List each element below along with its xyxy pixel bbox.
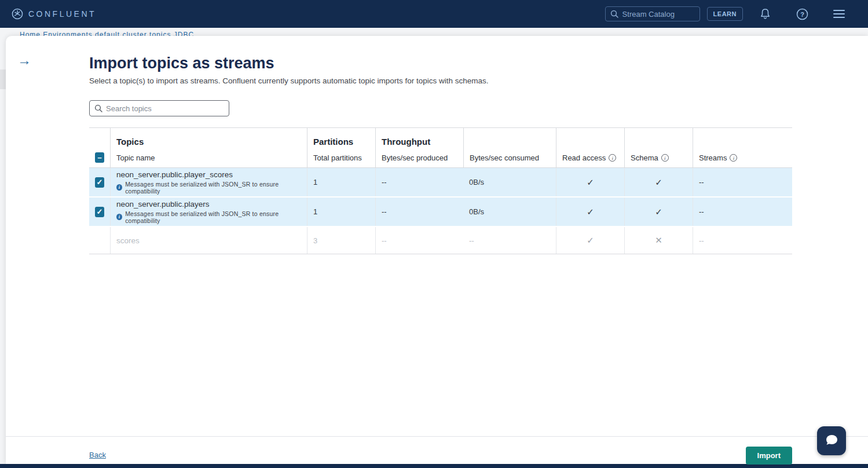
stream-catalog-search[interactable] <box>605 6 700 21</box>
cell-consumed: 0B/s <box>463 198 556 226</box>
menu-button[interactable] <box>821 9 858 19</box>
cell-streams: -- <box>693 198 792 226</box>
topics-table: Topics Partitions Throughput − Topic nam… <box>89 127 792 254</box>
collapsed-sidebar-tab <box>0 70 6 89</box>
info-filled-icon: i <box>116 214 122 220</box>
topic-note: i Messages must be serialized with JSON_… <box>116 210 301 224</box>
page-title: Import topics as streams <box>89 54 792 72</box>
cell-partitions: 1 <box>307 198 375 226</box>
group-header-throughput: Throughput <box>375 128 463 148</box>
import-topics-panel: → Import topics as streams Select a topi… <box>6 36 868 464</box>
page-subtitle: Select a topic(s) to import as streams. … <box>89 76 792 85</box>
schema-check-icon: ✓ <box>624 168 693 196</box>
cell-consumed: -- <box>463 227 556 254</box>
page-bottom-strip <box>0 464 868 468</box>
topic-name: neon_server.public.players <box>116 200 210 209</box>
info-icon[interactable]: i <box>661 154 669 162</box>
cell-produced: -- <box>375 227 463 254</box>
select-all-checkbox[interactable]: − <box>95 152 104 163</box>
table-group-header-row: Topics Partitions Throughput <box>89 128 792 148</box>
cell-streams: -- <box>693 227 792 254</box>
table-row-players[interactable]: ✓ neon_server.public.players i Messages … <box>89 198 792 227</box>
topic-name: neon_server.public.player_scores <box>116 170 233 179</box>
notifications-button[interactable] <box>746 8 783 20</box>
help-button[interactable]: ? <box>783 8 821 20</box>
back-link[interactable]: Back <box>89 451 106 459</box>
bell-icon <box>759 8 771 20</box>
topic-search-box[interactable] <box>89 100 229 116</box>
chat-bubble-icon <box>823 433 840 448</box>
import-button[interactable]: Import <box>746 447 792 465</box>
cell-streams: -- <box>693 168 792 196</box>
table-row-player-scores[interactable]: ✓ neon_server.public.player_scores i Mes… <box>89 168 792 198</box>
brand-name: CONFLUENT <box>28 9 96 19</box>
group-header-partitions: Partitions <box>307 128 375 148</box>
info-icon[interactable]: i <box>730 154 737 162</box>
chat-widget-button[interactable] <box>817 426 846 455</box>
top-navbar: CONFLUENT LEARN ? <box>0 0 868 28</box>
confluent-logo-icon <box>12 8 23 20</box>
cell-partitions: 1 <box>307 168 375 196</box>
header-read-access: Read access i <box>556 148 624 167</box>
header-schema: Schema i <box>624 148 693 167</box>
search-icon <box>94 104 102 112</box>
learn-button[interactable]: LEARN <box>707 7 743 21</box>
header-bytes-consumed: Bytes/sec consumed <box>463 148 556 167</box>
confluent-logo[interactable]: CONFLUENT <box>12 8 96 20</box>
header-bytes-produced: Bytes/sec produced <box>375 148 463 167</box>
read-access-check-icon: ✓ <box>556 198 624 226</box>
cell-partitions: 3 <box>307 227 375 254</box>
schema-cross-icon: ✕ <box>624 227 693 254</box>
header-topic-name: Topic name <box>110 148 307 167</box>
topic-search-input[interactable] <box>106 104 216 113</box>
hamburger-icon <box>832 9 846 19</box>
footer-divider <box>6 436 868 437</box>
read-access-check-icon: ✓ <box>556 227 624 254</box>
info-filled-icon: i <box>116 184 122 191</box>
stream-catalog-input[interactable] <box>622 10 691 19</box>
read-access-check-icon: ✓ <box>556 168 624 196</box>
help-icon: ? <box>796 8 808 20</box>
table-row-scores: scores 3 -- -- ✓ ✕ -- <box>89 227 792 254</box>
header-streams: Streams i <box>693 148 792 167</box>
topic-note: i Messages must be serialized with JSON_… <box>116 181 301 195</box>
schema-check-icon: ✓ <box>624 198 693 226</box>
group-header-topics: Topics <box>110 128 307 148</box>
row-checkbox[interactable]: ✓ <box>95 207 104 217</box>
info-icon[interactable]: i <box>609 154 616 162</box>
svg-text:?: ? <box>800 10 804 17</box>
header-total-partitions: Total partitions <box>307 148 375 167</box>
search-icon <box>610 10 618 18</box>
topic-name: scores <box>116 236 140 245</box>
collapse-panel-arrow-icon[interactable]: → <box>17 53 31 67</box>
cell-produced: -- <box>375 198 463 226</box>
cell-consumed: 0B/s <box>463 168 556 196</box>
cell-produced: -- <box>375 168 463 196</box>
row-checkbox[interactable]: ✓ <box>95 177 104 188</box>
table-header-row: − Topic name Total partitions Bytes/sec … <box>89 148 792 168</box>
